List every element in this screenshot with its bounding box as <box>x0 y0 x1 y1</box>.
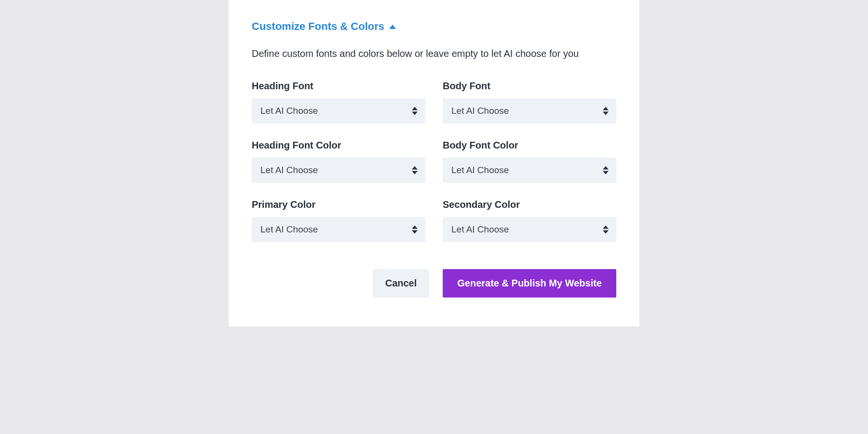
field-body-font: Body Font Let AI Choose <box>443 81 616 123</box>
select-value: Let AI Choose <box>260 165 318 176</box>
field-primary-color: Primary Color Let AI Choose <box>252 199 425 242</box>
label-body-font-color: Body Font Color <box>443 140 616 151</box>
select-primary-color[interactable]: Let AI Choose <box>252 217 425 242</box>
select-value: Let AI Choose <box>260 224 318 235</box>
select-sort-icon <box>412 107 418 115</box>
label-heading-font: Heading Font <box>252 81 425 92</box>
caret-up-icon <box>389 25 396 29</box>
label-primary-color: Primary Color <box>252 199 425 210</box>
select-sort-icon <box>603 107 609 115</box>
field-body-font-color: Body Font Color Let AI Choose <box>443 140 616 183</box>
actions-row: Cancel Generate & Publish My Website <box>252 269 616 298</box>
customize-panel: Customize Fonts & Colors Define custom f… <box>229 0 639 326</box>
section-description: Define custom fonts and colors below or … <box>252 46 609 61</box>
cancel-button[interactable]: Cancel <box>373 269 430 298</box>
select-body-font[interactable]: Let AI Choose <box>443 98 616 123</box>
label-secondary-color: Secondary Color <box>443 199 616 210</box>
fields-grid: Heading Font Let AI Choose Body Font Let… <box>252 81 616 242</box>
label-body-font: Body Font <box>443 81 616 92</box>
select-sort-icon <box>603 166 609 175</box>
select-value: Let AI Choose <box>451 224 509 235</box>
generate-publish-button[interactable]: Generate & Publish My Website <box>443 269 616 298</box>
select-value: Let AI Choose <box>260 106 318 116</box>
select-value: Let AI Choose <box>451 165 509 176</box>
label-heading-font-color: Heading Font Color <box>252 140 425 151</box>
select-sort-icon <box>412 226 418 234</box>
select-body-font-color[interactable]: Let AI Choose <box>443 158 616 183</box>
select-heading-font-color[interactable]: Let AI Choose <box>252 158 425 183</box>
select-sort-icon <box>412 166 418 175</box>
field-heading-font-color: Heading Font Color Let AI Choose <box>252 140 425 183</box>
select-value: Let AI Choose <box>451 106 509 116</box>
accordion-toggle-fonts-colors[interactable]: Customize Fonts & Colors <box>252 20 616 33</box>
accordion-title: Customize Fonts & Colors <box>252 20 384 33</box>
field-secondary-color: Secondary Color Let AI Choose <box>443 199 616 242</box>
field-heading-font: Heading Font Let AI Choose <box>252 81 425 123</box>
select-sort-icon <box>603 226 609 234</box>
select-secondary-color[interactable]: Let AI Choose <box>443 217 616 242</box>
select-heading-font[interactable]: Let AI Choose <box>252 98 425 123</box>
